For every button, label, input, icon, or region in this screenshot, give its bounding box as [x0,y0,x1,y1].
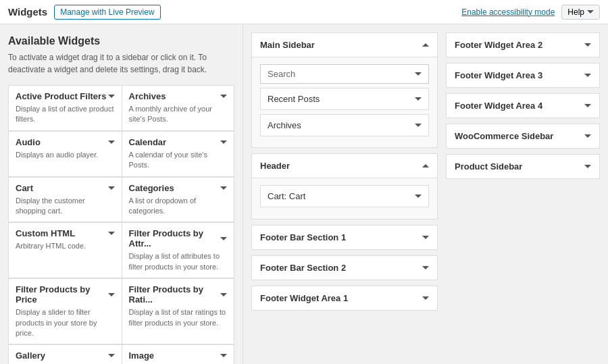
page-title: Widgets [8,6,47,18]
footer-widget-area-2-label: Footer Widget Area 2 [455,40,542,50]
chevron-down-icon [422,236,429,239]
widget-name: Categories [129,183,174,193]
widget-header: Cart [16,183,115,193]
chevron-down-icon [415,194,422,198]
chevron-down-icon [108,232,115,235]
chevron-down-icon [415,124,422,127]
widget-desc: Displays an audio player. [16,150,115,160]
widget-name: Calendar [129,137,167,147]
widget-header: Filter Products by Price [16,284,115,305]
widget-header: Calendar [129,137,228,147]
widget-item[interactable]: Audio Displays an audio player. [8,131,122,177]
footer-widget-area-2: Footer Widget Area 2 [446,32,600,57]
widget-header: Audio [16,137,115,147]
widget-name: Filter Products by Attr... [129,228,221,249]
top-bar: Widgets Manage with Live Preview Enable … [0,0,608,24]
widget-desc: Display a list of star ratings to filter… [129,307,228,328]
chevron-down-icon [584,134,591,138]
available-widgets-panel: Available Widgets To activate a widget d… [0,24,243,364]
widget-header: Categories [129,183,228,193]
chevron-down-icon [584,104,591,107]
chevron-down-icon [584,43,591,47]
footer-bar-section-1-header[interactable]: Footer Bar Section 1 [252,226,437,249]
woocommerce-sidebar-label: WooCommerce Sidebar [455,131,553,141]
widget-name: Archives [129,91,166,101]
chevron-up-icon [422,43,429,47]
woocommerce-sidebar: WooCommerce Sidebar [446,124,600,149]
recent-posts-header[interactable]: Recent Posts [261,88,428,109]
main-sidebar-header[interactable]: Main Sidebar [252,33,437,57]
widget-item[interactable]: Archives A monthly archive of your site'… [122,85,235,131]
chevron-down-icon [108,140,115,144]
widget-desc: A list or dropdown of categories. [129,196,228,217]
footer-bar-section-2-area: Footer Bar Section 2 [251,255,438,280]
chevron-down-icon [220,186,227,190]
widget-header: Active Product Filters [16,91,115,101]
widget-desc: Display a list of attributes to filter p… [129,251,228,272]
top-bar-right: Enable accessibility mode Help [461,5,600,20]
chevron-down-icon [584,74,591,77]
footer-widget-area-2-header[interactable]: Footer Widget Area 2 [447,33,599,57]
cart-label: Cart: Cart [268,191,305,201]
chevron-down-icon [108,293,115,296]
available-widgets-description: To activate a widget drag it to a sideba… [8,51,234,76]
search-input[interactable] [268,69,415,79]
widget-item[interactable]: Calendar A calendar of your site's Posts… [122,131,235,177]
help-label: Help [567,7,584,17]
cart-header[interactable]: Cart: Cart [261,186,428,207]
sidebar-areas: Main Sidebar Recent Posts [243,24,446,364]
widget-item[interactable]: Cart Display the customer shopping cart. [8,177,122,223]
available-widgets-title: Available Widgets [8,35,234,47]
accessibility-mode-link[interactable]: Enable accessibility mode [461,7,555,17]
widget-name: Image [129,350,155,361]
widget-name: Filter Products by Rati... [129,284,221,305]
footer-widget-area-1-header[interactable]: Footer Widget Area 1 [252,286,437,310]
widget-item[interactable]: Active Product Filters Display a list of… [8,85,122,131]
footer-widget-area-1: Footer Widget Area 1 [251,286,438,311]
product-sidebar-label: Product Sidebar [455,161,522,172]
search-widget[interactable] [260,64,429,84]
widget-item[interactable]: Filter Products by Rati... Display a lis… [122,278,235,344]
archives-widget: Archives [260,114,429,136]
widget-item[interactable]: Image Displays an image. [122,344,235,364]
main-layout: Available Widgets To activate a widget d… [0,24,608,364]
widget-item[interactable]: Gallery Displays an image gallery. [8,344,122,364]
recent-posts-widget: Recent Posts [260,88,429,110]
footer-widget-area-4-label: Footer Widget Area 4 [455,101,542,111]
footer-widget-area-4: Footer Widget Area 4 [446,93,600,118]
help-button[interactable]: Help [561,5,600,20]
widget-item[interactable]: Custom HTML Arbitrary HTML code. [8,222,122,278]
woocommerce-sidebar-header[interactable]: WooCommerce Sidebar [447,124,599,148]
chevron-down-icon [220,140,227,144]
widget-grid: Active Product Filters Display a list of… [8,85,234,364]
footer-widget-area-4-header[interactable]: Footer Widget Area 4 [447,94,599,118]
widget-desc: Arbitrary HTML code. [16,241,115,251]
chevron-down-icon [220,237,227,240]
widget-header: Image [129,350,228,361]
chevron-down-icon [220,293,227,296]
chevron-down-icon [415,97,422,101]
footer-widget-area-3-header[interactable]: Footer Widget Area 3 [447,63,599,87]
archives-header[interactable]: Archives [261,115,428,136]
widget-item[interactable]: Filter Products by Attr... Display a lis… [122,222,235,278]
widget-desc: Display a slider to filter products in y… [16,307,115,338]
cart-widget: Cart: Cart [260,185,429,207]
widget-name: Filter Products by Price [16,284,108,305]
widget-item[interactable]: Filter Products by Price Display a slide… [8,278,122,344]
widget-desc: Display the customer shopping cart. [16,196,115,217]
header-area-header[interactable]: Header [252,154,437,178]
chevron-down-icon [422,296,429,300]
product-sidebar: Product Sidebar [446,154,600,179]
manage-live-preview-link[interactable]: Manage with Live Preview [54,5,160,20]
widget-name: Cart [16,183,33,193]
widget-item[interactable]: Categories A list or dropdown of categor… [122,177,235,223]
chevron-down-icon [108,354,115,357]
footer-widget-area-3: Footer Widget Area 3 [446,63,600,88]
footer-bar-section-2-header[interactable]: Footer Bar Section 2 [252,256,437,280]
main-sidebar-body: Recent Posts Archives [252,57,437,147]
chevron-down-icon [422,266,429,269]
product-sidebar-header[interactable]: Product Sidebar [447,155,599,178]
chevron-down-icon [108,95,115,98]
chevron-up-icon [422,164,429,167]
main-sidebar-area: Main Sidebar Recent Posts [251,32,438,148]
